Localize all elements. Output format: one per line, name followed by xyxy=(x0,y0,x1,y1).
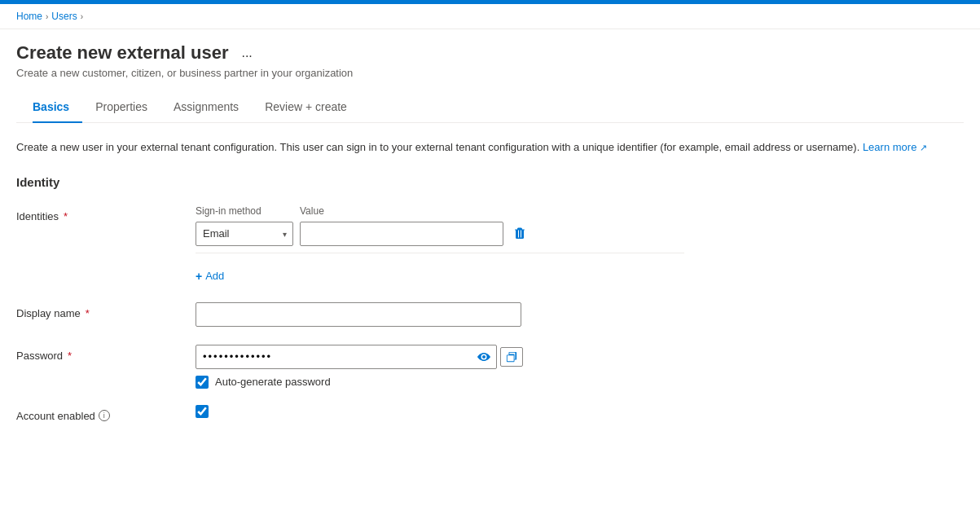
password-field-area xyxy=(196,345,964,369)
toggle-password-button[interactable] xyxy=(477,350,490,363)
tab-properties[interactable]: Properties xyxy=(95,92,160,123)
tabs-container: Basics Properties Assignments Review + c… xyxy=(16,92,964,123)
signin-method-select[interactable]: Email Username Phone xyxy=(196,222,293,246)
tab-basics[interactable]: Basics xyxy=(33,92,82,123)
identities-divider xyxy=(196,253,684,253)
password-wrapper xyxy=(196,345,497,369)
content-area: Create a new user in your external tenan… xyxy=(0,123,980,464)
password-label: Password * xyxy=(16,345,196,362)
add-identity-button[interactable]: + Add xyxy=(196,266,224,286)
display-name-required: * xyxy=(86,307,90,319)
password-required: * xyxy=(68,350,72,362)
identities-control: Sign-in method Value Email Username Phon… xyxy=(196,205,964,286)
copy-icon xyxy=(506,351,517,363)
delete-identity-button[interactable] xyxy=(510,224,530,244)
password-control: Auto-generate password xyxy=(196,345,964,389)
external-link-icon: ↗ xyxy=(920,143,927,152)
signin-method-column-label: Sign-in method xyxy=(196,205,293,217)
value-column-label: Value xyxy=(300,205,964,217)
auto-generate-checkbox[interactable] xyxy=(196,376,209,389)
password-row: Password * xyxy=(16,345,964,389)
info-text: Create a new user in your external tenan… xyxy=(16,139,964,156)
identities-column-headers: Sign-in method Value xyxy=(196,205,964,217)
page-header: Create new external user ... Create a ne… xyxy=(0,29,980,123)
identities-row: Identities * Sign-in method Value Email … xyxy=(16,205,964,286)
page-subtitle: Create a new customer, citizen, or busin… xyxy=(16,67,964,79)
breadcrumb-home[interactable]: Home xyxy=(16,11,42,22)
page-title-row: Create new external user ... xyxy=(16,42,964,64)
page-title: Create new external user xyxy=(16,42,228,64)
identity-entry-row: Email Username Phone ▾ xyxy=(196,222,964,246)
more-options-button[interactable]: ... xyxy=(236,44,257,62)
display-name-input[interactable] xyxy=(196,302,521,327)
section-title: Identity xyxy=(16,175,964,189)
signin-method-select-wrapper: Email Username Phone ▾ xyxy=(196,222,293,246)
display-name-label: Display name * xyxy=(16,302,196,319)
form-section: Identity Identities * Sign-in method Val… xyxy=(16,175,964,431)
learn-more-link[interactable]: Learn more ↗ xyxy=(863,141,927,153)
plus-icon: + xyxy=(196,270,202,283)
auto-generate-label[interactable]: Auto-generate password xyxy=(215,376,331,388)
identities-label: Identities * xyxy=(16,205,196,222)
password-input[interactable] xyxy=(196,345,497,369)
tab-assignments[interactable]: Assignments xyxy=(174,92,252,123)
breadcrumb-sep-1: › xyxy=(46,12,48,21)
account-enabled-info-icon[interactable]: i xyxy=(99,410,110,421)
account-enabled-row: Account enabled i xyxy=(16,405,964,431)
breadcrumb-sep-2: › xyxy=(81,12,83,21)
tab-review-create[interactable]: Review + create xyxy=(265,92,360,123)
display-name-control xyxy=(196,302,964,327)
account-enabled-label: Account enabled i xyxy=(16,405,196,422)
display-name-row: Display name * xyxy=(16,302,964,328)
identities-required: * xyxy=(64,210,68,222)
eye-icon xyxy=(477,350,490,363)
copy-password-button[interactable] xyxy=(500,347,523,367)
breadcrumb: Home › Users › xyxy=(0,4,980,29)
auto-generate-row: Auto-generate password xyxy=(196,376,964,389)
account-enabled-control xyxy=(196,405,964,420)
account-enabled-checkbox[interactable] xyxy=(196,405,209,418)
breadcrumb-users[interactable]: Users xyxy=(51,11,77,22)
identity-value-input[interactable] xyxy=(300,222,503,246)
trash-icon xyxy=(513,227,526,240)
